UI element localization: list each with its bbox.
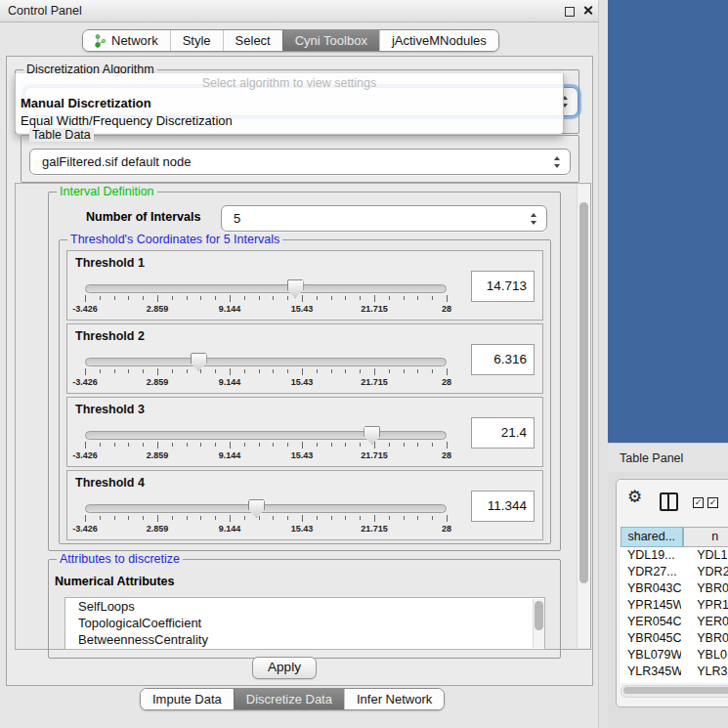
- slider-tick: [128, 443, 129, 447]
- number-of-intervals-combobox[interactable]: 5: [221, 205, 547, 232]
- threshold-label: Threshold 1: [75, 256, 145, 270]
- slider-tick: [259, 296, 260, 300]
- table-scrollbar-thumb[interactable]: [623, 687, 728, 694]
- tab-discretize-data[interactable]: Discretize Data: [234, 689, 344, 709]
- slider-tick-label: 15.43: [291, 450, 314, 460]
- table-row[interactable]: YER054CYER0: [621, 614, 728, 630]
- threshold-slider[interactable]: -3.4262.8599.14415.4321.71528: [85, 425, 447, 462]
- slider-tick-label: 28: [442, 304, 451, 314]
- table-row[interactable]: YBR043CYBR0: [621, 580, 728, 597]
- slider-tick: [244, 369, 245, 373]
- cell-shared-name: YBR043C: [621, 580, 681, 597]
- close-icon[interactable]: [582, 5, 593, 16]
- slider-ticks: [85, 295, 447, 303]
- cell-name: YPR1: [681, 597, 728, 614]
- table-row[interactable]: YIL053CYIL0: [621, 680, 728, 683]
- cell-name: YLR3: [681, 664, 728, 680]
- table-data-combobox[interactable]: galFiltered.sif default node: [29, 149, 571, 175]
- tab-impute-data[interactable]: Impute Data: [141, 689, 234, 709]
- slider-tick: [128, 369, 129, 373]
- slider-tick: [172, 369, 173, 373]
- slider-tick-label: -3.426: [72, 304, 98, 314]
- slider-tick-label: 21.715: [361, 450, 388, 460]
- attributes-scrollbar-thumb[interactable]: [535, 601, 543, 630]
- table-row[interactable]: YBL079WYBL0: [621, 647, 728, 664]
- slider-tick: [187, 296, 188, 300]
- tab-infer-network[interactable]: Infer Network: [344, 689, 444, 709]
- threshold-value-field[interactable]: 11.344: [471, 491, 535, 522]
- threshold-value-field[interactable]: 14.713: [471, 271, 535, 302]
- slider-tick: [200, 443, 201, 447]
- slider-track[interactable]: [85, 284, 447, 293]
- slider-tick: [331, 369, 332, 373]
- table-row[interactable]: YBR045CYBR0: [621, 630, 728, 647]
- threshold-label: Threshold 3: [75, 403, 145, 416]
- settings-scrollbar-thumb[interactable]: [579, 202, 588, 583]
- table-row[interactable]: YDR27...YDR2: [621, 564, 728, 580]
- slider-tick-label: 28: [442, 450, 451, 460]
- slider-tick: [114, 516, 115, 520]
- slider-track[interactable]: [85, 504, 447, 513]
- algorithm-option-manual-discretization[interactable]: Manual Discretization: [21, 96, 151, 110]
- column-header-n[interactable]: n: [683, 527, 728, 547]
- slider-tick: [287, 369, 288, 373]
- algorithm-option-equal-width-frequency-discretization[interactable]: Equal Width/Frequency Discretization: [21, 113, 233, 128]
- checkbox-icon[interactable]: ✓: [707, 497, 718, 508]
- tab-select[interactable]: Select: [223, 30, 282, 51]
- table-row[interactable]: YLR345WYLR3: [621, 664, 728, 680]
- cytoscape-desktop: GAL80GACGAL11GAL4GCY1HHAP2: [608, 0, 728, 443]
- slider-tick-label: 28: [442, 524, 451, 534]
- slider-tick: [215, 369, 216, 373]
- float-window-icon[interactable]: [565, 7, 575, 17]
- slider-tick-labels: -3.4262.8599.14415.4321.71528: [85, 524, 447, 535]
- slider-tick: [273, 443, 274, 447]
- table-row[interactable]: YDL19...YDL1: [621, 547, 728, 564]
- table-row[interactable]: YPR145WYPR1: [621, 597, 728, 614]
- apply-button[interactable]: Apply: [252, 657, 317, 679]
- slider-track[interactable]: [85, 431, 447, 440]
- slider-tick: [215, 443, 216, 447]
- threshold-slider[interactable]: -3.4262.8599.14415.4321.71528: [85, 498, 447, 535]
- threshold-value-field[interactable]: 21.4: [471, 417, 535, 449]
- gear-icon[interactable]: ⚙: [627, 487, 642, 507]
- column-header-shared-[interactable]: shared...: [621, 527, 683, 547]
- table-panel-title: Table Panel: [620, 444, 683, 473]
- node-attribute-table[interactable]: shared...n YDL19...YDL1YDR27...YDR2YBR04…: [621, 527, 728, 683]
- slider-tick: [100, 443, 101, 447]
- slider-tick-label: 15.43: [291, 524, 314, 534]
- attribute-item-topologicalcoefficient[interactable]: TopologicalCoefficient: [65, 615, 544, 631]
- slider-tick: [389, 369, 390, 373]
- cell-name: YDR2: [681, 564, 728, 580]
- slider-tick: [143, 443, 144, 447]
- tab-cyni-toolbox[interactable]: Cyni Toolbox: [282, 30, 379, 51]
- attributes-list-scrollbar[interactable]: [533, 599, 544, 648]
- slider-tick: [157, 442, 158, 449]
- numerical-attributes-list[interactable]: SelfLoopsTopologicalCoefficientBetweenne…: [64, 597, 545, 650]
- slider-tick: [302, 295, 303, 302]
- attribute-item-selfloops[interactable]: SelfLoops: [65, 598, 544, 615]
- columns-icon[interactable]: [660, 492, 678, 511]
- slider-tick: [114, 296, 115, 300]
- attribute-item-betweennesscentrality[interactable]: BetweennessCentrality: [65, 631, 544, 648]
- slider-track[interactable]: [85, 358, 447, 366]
- slider-tick-label: -3.426: [72, 450, 98, 460]
- threshold-label: Threshold 4: [75, 476, 145, 490]
- slider-tick: [244, 443, 245, 447]
- threshold-value-field[interactable]: 6.316: [471, 344, 535, 375]
- settings-scrollbar[interactable]: [577, 185, 590, 648]
- threshold-slider[interactable]: -3.4262.8599.14415.4321.71528: [85, 352, 447, 389]
- slider-tick: [432, 296, 433, 300]
- slider-tick: [259, 369, 260, 373]
- tab-network[interactable]: Network: [83, 30, 170, 51]
- slider-tick: [85, 295, 86, 302]
- table-horizontal-scrollbar[interactable]: [621, 685, 728, 698]
- tab-jactivemnodules[interactable]: jActiveMNodules: [379, 30, 498, 51]
- cell-shared-name: YLR345W: [621, 664, 681, 680]
- threshold-slider[interactable]: -3.4262.8599.14415.4321.71528: [85, 278, 447, 316]
- slider-tick: [85, 442, 86, 449]
- slider-tick: [172, 516, 173, 520]
- tab-style[interactable]: Style: [170, 30, 223, 51]
- checkbox-icon[interactable]: ✓: [693, 497, 704, 508]
- slider-tick: [230, 515, 231, 522]
- slider-tick-labels: -3.4262.8599.14415.4321.71528: [85, 377, 447, 388]
